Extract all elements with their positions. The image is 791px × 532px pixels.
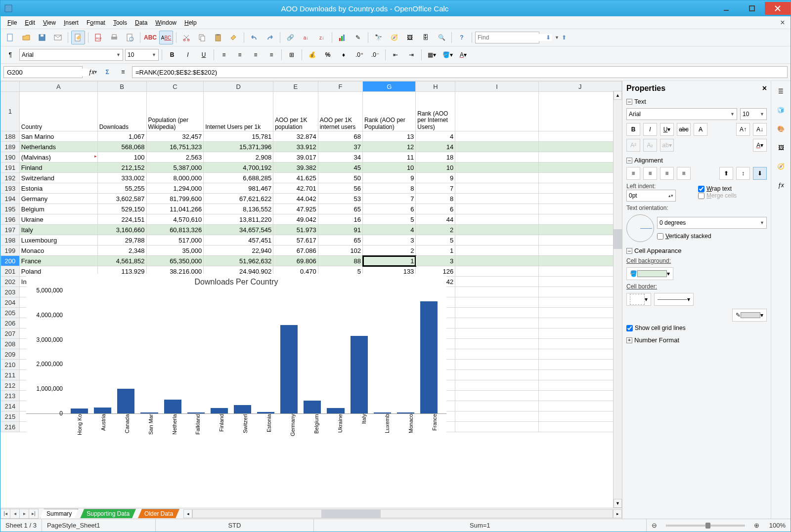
row-header-192[interactable]: 192 bbox=[1, 173, 20, 183]
styles-button[interactable]: ¶ bbox=[3, 48, 17, 62]
cell-J204[interactable] bbox=[538, 297, 621, 308]
cell-E197[interactable]: 51.973 bbox=[273, 225, 318, 235]
cell-E192[interactable]: 41.625 bbox=[273, 173, 318, 183]
menu-data[interactable]: Data bbox=[131, 18, 151, 28]
cell-J206[interactable] bbox=[538, 318, 621, 328]
row-header-212[interactable]: 212 bbox=[1, 380, 20, 391]
orientation-combo[interactable]: 0 degrees▼ bbox=[657, 217, 767, 229]
col-header-H[interactable]: H bbox=[416, 82, 455, 92]
cell-E188[interactable]: 32.874 bbox=[273, 131, 318, 142]
cell-J189[interactable] bbox=[538, 142, 621, 152]
cell-J211[interactable] bbox=[538, 370, 621, 380]
cell-F189[interactable]: 37 bbox=[318, 142, 362, 152]
row-header-190[interactable]: 190 bbox=[1, 152, 20, 163]
gridlines-checkbox[interactable]: Show cell grid lines bbox=[626, 325, 767, 331]
cell-A196[interactable]: Ukraine bbox=[19, 214, 97, 225]
sheet-tab-supporting data[interactable]: Supporting Data bbox=[80, 509, 136, 518]
prop-strike-button[interactable]: abc bbox=[677, 123, 691, 136]
cell-G200[interactable]: 1 bbox=[363, 256, 416, 266]
border-style-button[interactable]: ▾ bbox=[654, 293, 694, 306]
header-cell-F[interactable]: AOO per 1K internet users bbox=[318, 92, 362, 131]
cell-H193[interactable]: 7 bbox=[416, 183, 455, 194]
cell-J191[interactable] bbox=[538, 163, 621, 173]
cell-B194[interactable]: 3,602,587 bbox=[97, 194, 146, 204]
cell-I204[interactable] bbox=[455, 297, 538, 308]
col-header-F[interactable]: F bbox=[318, 82, 362, 92]
cell-I205[interactable] bbox=[455, 308, 538, 318]
cell-J214[interactable] bbox=[538, 401, 621, 411]
cell-D198[interactable]: 457,451 bbox=[204, 235, 273, 246]
cell-J215[interactable] bbox=[538, 411, 621, 422]
cell-G191[interactable]: 10 bbox=[363, 163, 416, 173]
dec-indent-button[interactable]: ⇤ bbox=[389, 48, 402, 62]
cell-B191[interactable]: 212,152 bbox=[97, 163, 146, 173]
cell-H197[interactable]: 2 bbox=[416, 225, 455, 235]
find-combo[interactable]: ▼ bbox=[475, 32, 539, 43]
cell-J193[interactable] bbox=[538, 183, 621, 194]
cell-B193[interactable]: 55,255 bbox=[97, 183, 146, 194]
cell-G197[interactable]: 4 bbox=[363, 225, 416, 235]
cell-D200[interactable]: 51,962,632 bbox=[204, 256, 273, 266]
hscroll-right-button[interactable]: ▸ bbox=[613, 509, 622, 518]
function-wizard-button[interactable]: ƒx bbox=[85, 65, 98, 79]
cell-G193[interactable]: 8 bbox=[363, 183, 416, 194]
vertical-scrollbar[interactable]: ▲ ▼ bbox=[613, 91, 622, 508]
vscroll-thumb[interactable] bbox=[614, 229, 622, 249]
cell-C190[interactable]: 2,563 bbox=[146, 152, 204, 163]
maximize-button[interactable] bbox=[739, 2, 765, 15]
border-preset-button[interactable]: ▾ bbox=[626, 293, 651, 306]
sort-asc-button[interactable]: a↓ bbox=[299, 31, 313, 44]
row-header-210[interactable]: 210 bbox=[1, 360, 20, 370]
cell-G199[interactable]: 2 bbox=[363, 246, 416, 256]
cell-I209[interactable] bbox=[455, 349, 538, 360]
cell-C195[interactable]: 11,041,266 bbox=[146, 204, 204, 214]
cell-C200[interactable]: 65,350,000 bbox=[146, 256, 204, 266]
cell-E198[interactable]: 57.617 bbox=[273, 235, 318, 246]
cell-F190[interactable]: 34 bbox=[318, 152, 362, 163]
cell-F192[interactable]: 50 bbox=[318, 173, 362, 183]
col-header-G[interactable]: G bbox=[363, 82, 416, 92]
zoom-level[interactable]: 100% bbox=[764, 519, 791, 532]
cell-I188[interactable] bbox=[455, 131, 538, 142]
bold-button[interactable]: B bbox=[165, 48, 179, 62]
zoom-in-button[interactable]: ⊕ bbox=[749, 519, 764, 532]
cell-E199[interactable]: 67.086 bbox=[273, 246, 318, 256]
prop-grow-font-button[interactable]: A↑ bbox=[736, 123, 750, 136]
find-next-button[interactable]: ⬇ bbox=[541, 31, 555, 44]
prop-valign-mid-button[interactable]: ↕ bbox=[736, 167, 750, 180]
copy-button[interactable] bbox=[195, 31, 209, 44]
cell-E189[interactable]: 33.912 bbox=[273, 142, 318, 152]
cell-J216[interactable] bbox=[538, 422, 621, 432]
cell-D190[interactable]: 2,908 bbox=[204, 152, 273, 163]
sidebar-functions-icon[interactable]: ƒx bbox=[774, 178, 789, 193]
cell-E200[interactable]: 69.806 bbox=[273, 256, 318, 266]
sum-button[interactable]: Σ bbox=[100, 65, 114, 79]
prop-italic-button[interactable]: I bbox=[643, 123, 657, 136]
autospell-button[interactable]: ABC bbox=[159, 31, 173, 44]
cell-A192[interactable]: Switzerland bbox=[19, 173, 97, 183]
cell-D188[interactable]: 15,781 bbox=[204, 131, 273, 142]
cell-J201[interactable] bbox=[538, 266, 621, 277]
cell-H188[interactable]: 4 bbox=[416, 131, 455, 142]
cell-J196[interactable] bbox=[538, 214, 621, 225]
find-replace-button[interactable]: 🔭 bbox=[371, 31, 385, 44]
header-cell-B[interactable]: Downloads bbox=[97, 92, 146, 131]
row-header-1[interactable]: 1 bbox=[1, 92, 20, 131]
cell-I193[interactable] bbox=[455, 183, 538, 194]
cell-A195[interactable]: Belgium bbox=[19, 204, 97, 214]
prop-font-combo[interactable]: Arial▼ bbox=[626, 108, 737, 120]
bg-color-button[interactable]: 🪣▾ bbox=[440, 48, 454, 62]
row-header-200[interactable]: 200 bbox=[1, 256, 20, 266]
cell-J198[interactable] bbox=[538, 235, 621, 246]
cell-F197[interactable]: 91 bbox=[318, 225, 362, 235]
sidebar-navigator-icon[interactable]: 🧭 bbox=[774, 159, 789, 174]
cell-A194[interactable]: Germany bbox=[19, 194, 97, 204]
cell-D189[interactable]: 15,371,396 bbox=[204, 142, 273, 152]
row-header-188[interactable]: 188 bbox=[1, 131, 20, 142]
prop-highlight-button[interactable]: ab▾ bbox=[660, 139, 674, 152]
prop-fontcolor-button[interactable]: A▾ bbox=[753, 139, 767, 152]
inc-indent-button[interactable]: ⇥ bbox=[404, 48, 418, 62]
row-header-204[interactable]: 204 bbox=[1, 297, 20, 308]
cell-J199[interactable] bbox=[538, 246, 621, 256]
cell-I212[interactable] bbox=[455, 380, 538, 391]
